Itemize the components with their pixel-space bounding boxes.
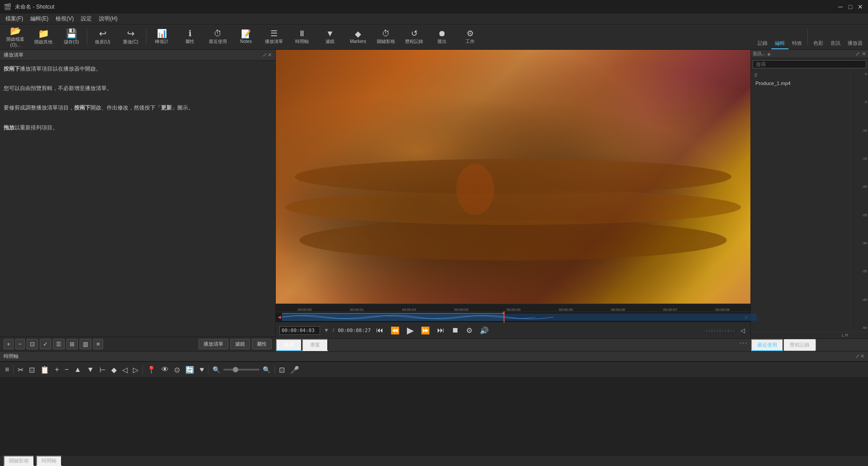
tl-copy-button[interactable]: ⊡ <box>27 364 37 376</box>
recent-label: 最近使用 <box>209 38 227 45</box>
menu-view[interactable]: 檢視(V) <box>52 14 77 24</box>
play-button[interactable]: ▶ <box>405 324 415 337</box>
tab-color[interactable]: 色彩 <box>810 38 827 49</box>
open-file-button[interactable]: 📂 開啟檔案(O)... <box>2 26 29 48</box>
playlist-tab[interactable]: 播放清單 <box>198 339 228 349</box>
tl-remove-button[interactable]: − <box>62 364 71 375</box>
tl-prev-button[interactable]: ◁ <box>120 364 130 376</box>
tab-player[interactable]: 播放器 <box>844 38 866 49</box>
playlist-list-button[interactable]: ☰ <box>53 339 65 349</box>
tab-edit[interactable]: 編輯 <box>771 38 788 49</box>
filter-tab[interactable]: 濾鏡 <box>230 339 250 349</box>
playlist-button[interactable]: ☰ 播放清單 <box>260 26 288 48</box>
tl-snap-button[interactable]: 📍 <box>145 364 158 376</box>
history-button[interactable]: ↺ 歷程記錄 <box>401 26 428 48</box>
playlist-panel-button[interactable]: ▥ <box>80 339 91 349</box>
playlist-close-icon[interactable]: ✕ <box>268 52 272 58</box>
tl-paste-button[interactable]: 📋 <box>38 364 52 376</box>
tab-record[interactable]: 記錄 <box>754 38 771 49</box>
filter-label: 濾鏡 <box>326 38 335 45</box>
tl-sep-1 <box>13 365 14 374</box>
tl-heart-button[interactable]: ♥ <box>198 364 207 375</box>
prev-frame-button[interactable]: ⏮ <box>374 325 385 335</box>
timeline-expand-icon[interactable]: ⤢ <box>855 353 859 359</box>
save-button[interactable]: 💾 儲存(S) <box>58 26 85 48</box>
keyframes-button[interactable]: ⏱ 關鍵影格 <box>373 26 400 48</box>
history-tab[interactable]: 歷程記錄 <box>783 339 816 351</box>
tl-menu-button[interactable]: ≡ <box>3 364 11 375</box>
properties-tab[interactable]: 屬性 <box>252 339 272 349</box>
tl-ripple-all-button[interactable]: ⊙ <box>172 364 182 376</box>
current-time-input[interactable] <box>279 326 320 335</box>
tl-cut-button[interactable]: ✂ <box>15 364 26 376</box>
tl-zoom-slider[interactable] <box>223 369 259 371</box>
tab-audio[interactable]: 音訊 <box>827 38 844 49</box>
tl-record-button[interactable]: 🎤 <box>288 364 302 376</box>
filter-button[interactable]: ▼ 濾鏡 <box>316 26 344 48</box>
playlist-actions: + − ⊡ ✓ ☰ ⊞ ▥ ≡ 播放清單 濾鏡 屬性 <box>0 337 275 351</box>
tl-zoom-in-button[interactable]: 🔍 <box>260 365 273 375</box>
step-back-button[interactable]: ⏪ <box>389 325 401 336</box>
recent-button[interactable]: ⏱ 最近使用 <box>204 26 231 48</box>
file-item-produce[interactable]: Produce_1.mp4 <box>753 79 848 88</box>
source-tab[interactable]: 來源 <box>276 339 302 351</box>
playlist-add-button[interactable]: + <box>4 339 14 349</box>
tab-effects[interactable]: 特效 <box>788 38 806 49</box>
rp-divider-icon: ◈ <box>767 52 771 57</box>
playlist-remove-button[interactable]: − <box>15 339 25 349</box>
rp-close-button[interactable]: ✕ <box>862 51 866 57</box>
redo-button[interactable]: ↪ 重做(C) <box>117 26 144 48</box>
tl-overwrite-button[interactable]: ▼ <box>85 364 96 375</box>
tl-lift-button[interactable]: ▲ <box>72 364 84 375</box>
next-frame-button[interactable]: ⏭ <box>435 325 446 335</box>
rp-maximize-button[interactable]: ⤢ <box>855 51 860 57</box>
open-other-button[interactable]: 📁 開啟其他 <box>30 26 57 48</box>
step-forward-button[interactable]: ⏩ <box>419 325 432 336</box>
timeline-close-icon[interactable]: ✕ <box>860 353 864 359</box>
recent-tab[interactable]: 最近使用 <box>751 339 783 351</box>
minimize-button[interactable]: ─ <box>836 3 844 11</box>
loop-button[interactable]: ⚙ <box>464 325 474 336</box>
undo-button[interactable]: ↩ 復原(U) <box>89 26 116 48</box>
tl-add-button[interactable]: + <box>52 364 61 375</box>
playlist-label: 播放清單 <box>265 38 283 45</box>
playlist-update-button[interactable]: ⊡ <box>27 339 38 349</box>
jobs-button[interactable]: ⚙ 工作 <box>457 26 484 48</box>
playlist-check-button[interactable]: ✓ <box>40 339 51 349</box>
tl-loop-button[interactable]: 🔄 <box>183 364 197 376</box>
menu-edit[interactable]: 編輯(E) <box>27 14 52 24</box>
prev-marker-button[interactable]: ◁ <box>739 326 747 335</box>
app-icon: 🎬 <box>4 3 11 10</box>
tl-next-button[interactable]: ▷ <box>131 364 141 376</box>
properties-button[interactable]: ℹ 屬性 <box>176 26 203 48</box>
close-button[interactable]: ✕ <box>856 3 864 11</box>
rp-file-list: 0 Produce_1.mp4 <box>751 70 850 332</box>
menu-file[interactable]: 檔案(F) <box>2 14 27 24</box>
waveform-row[interactable]: ◄ ▼ ► <box>276 312 750 322</box>
peakmeter-button[interactable]: 📊 峰值計 <box>148 26 175 48</box>
tl-ripple-button[interactable]: 👁 <box>159 364 171 375</box>
tl-split-button[interactable]: ⊢ <box>97 364 108 376</box>
playlist-expand-icon[interactable]: ⤢ <box>263 52 267 58</box>
menu-settings[interactable]: 設定 <box>77 14 95 24</box>
timeline-bottom-tab[interactable]: 時間軸 <box>36 456 62 466</box>
notes-button[interactable]: 📝 Notes <box>232 26 259 48</box>
tl-keyframe-button[interactable]: ◆ <box>109 364 119 376</box>
stop-button[interactable]: ⏹ <box>450 325 461 335</box>
playlist-menu-button[interactable]: ≡ <box>93 339 103 349</box>
rp-search-input[interactable] <box>753 60 866 68</box>
project-tab[interactable]: 專案 <box>302 339 328 351</box>
playlist-grid-button[interactable]: ⊞ <box>66 339 78 349</box>
export-button[interactable]: ⏺ 匯出 <box>429 26 456 48</box>
menu-help[interactable]: 說明(H) <box>95 14 121 24</box>
playhead-arrow: ▼ <box>501 311 506 316</box>
maximize-button[interactable]: □ <box>846 3 854 11</box>
tl-fit-button[interactable]: ⊡ <box>277 364 287 376</box>
keyframes-bottom-tab[interactable]: 關鍵影格 <box>4 456 34 466</box>
timeline-title: 時間軸 <box>4 353 19 360</box>
tl-zoom-out-button[interactable]: 🔍 <box>210 365 222 375</box>
rp-search-row <box>751 58 868 70</box>
timeline-button[interactable]: ⏸ 時間軸 <box>288 26 316 48</box>
markers-button[interactable]: ◆ Markers <box>344 26 372 48</box>
volume-button[interactable]: 🔊 <box>478 325 491 336</box>
